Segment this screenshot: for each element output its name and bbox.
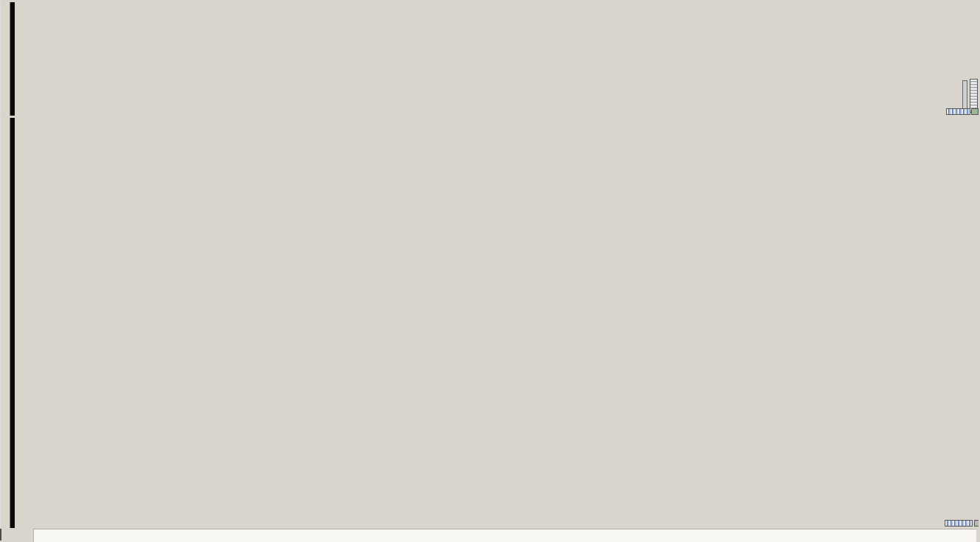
waveform-overview-canvas[interactable] <box>34 530 976 542</box>
spectrogram-top-canvas[interactable] <box>44 2 980 116</box>
piano-keyboard-strip <box>34 118 39 528</box>
zoom-reset-button-top[interactable] <box>971 108 979 115</box>
pane-edge-strip-top <box>10 2 15 116</box>
time-ruler[interactable] <box>0 118 980 130</box>
horizontal-zoom-thumbwheel-top[interactable] <box>946 108 970 115</box>
spectrogram-bottom-canvas[interactable] <box>39 118 980 528</box>
overview-view-box-right[interactable] <box>0 529 1 541</box>
spectrogram-app-window <box>0 0 980 542</box>
pane-edge-strip-bottom <box>10 118 15 528</box>
waveform-overview-strip[interactable] <box>33 529 976 542</box>
pane-spectrogram-top <box>0 0 980 116</box>
playback-cursor-bottom <box>0 118 1 528</box>
horizontal-zoom-thumbwheel-bottom[interactable] <box>945 520 973 527</box>
vertical-zoom-indicator[interactable] <box>962 80 967 111</box>
playback-cursor-top <box>0 2 1 116</box>
